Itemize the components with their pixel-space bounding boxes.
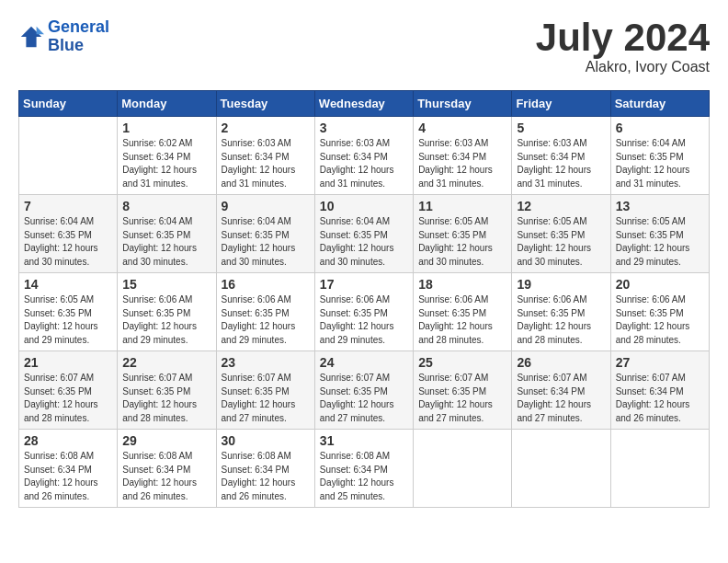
svg-marker-1 [37,27,44,34]
day-number: 16 [222,277,310,292]
calendar-cell: 17Sunrise: 6:06 AM Sunset: 6:35 PM Dayli… [314,273,413,351]
cell-info: Sunrise: 6:08 AM Sunset: 6:34 PM Dayligh… [24,450,112,503]
day-number: 18 [418,277,506,292]
calendar-week-row: 7Sunrise: 6:04 AM Sunset: 6:35 PM Daylig… [19,195,710,273]
day-number: 28 [24,433,112,448]
day-number: 19 [517,277,605,292]
cell-info: Sunrise: 6:08 AM Sunset: 6:34 PM Dayligh… [122,450,210,503]
day-number: 12 [517,199,605,213]
day-number: 31 [320,433,408,448]
weekday-header: Friday [512,91,610,117]
cell-info: Sunrise: 6:02 AM Sunset: 6:34 PM Dayligh… [122,137,210,190]
cell-info: Sunrise: 6:07 AM Sunset: 6:34 PM Dayligh… [616,372,704,425]
calendar-cell: 18Sunrise: 6:06 AM Sunset: 6:35 PM Dayli… [414,273,512,351]
day-number: 11 [418,199,506,213]
cell-info: Sunrise: 6:06 AM Sunset: 6:35 PM Dayligh… [122,293,210,347]
calendar-cell: 13Sunrise: 6:05 AM Sunset: 6:35 PM Dayli… [610,195,709,273]
cell-info: Sunrise: 6:08 AM Sunset: 6:34 PM Dayligh… [320,450,408,503]
calendar-table: SundayMondayTuesdayWednesdayThursdayFrid… [18,90,710,508]
day-number: 26 [517,355,605,370]
cell-info: Sunrise: 6:07 AM Sunset: 6:35 PM Dayligh… [418,372,506,425]
cell-info: Sunrise: 6:08 AM Sunset: 6:34 PM Dayligh… [222,450,310,503]
calendar-cell: 20Sunrise: 6:06 AM Sunset: 6:35 PM Dayli… [610,273,709,351]
logo-icon [18,24,44,50]
day-number: 17 [320,277,408,292]
logo-blue: Blue [48,36,84,54]
calendar-cell: 6Sunrise: 6:04 AM Sunset: 6:35 PM Daylig… [610,117,709,195]
day-number: 1 [122,121,210,135]
calendar-week-row: 28Sunrise: 6:08 AM Sunset: 6:34 PM Dayli… [19,430,710,508]
cell-info: Sunrise: 6:06 AM Sunset: 6:35 PM Dayligh… [222,293,310,347]
day-number: 21 [24,355,112,370]
cell-info: Sunrise: 6:04 AM Sunset: 6:35 PM Dayligh… [122,215,210,269]
cell-info: Sunrise: 6:05 AM Sunset: 6:35 PM Dayligh… [616,215,704,269]
month-title: July 2024 [536,18,710,57]
cell-info: Sunrise: 6:06 AM Sunset: 6:35 PM Dayligh… [418,293,506,347]
day-number: 9 [222,199,310,213]
calendar-cell: 22Sunrise: 6:07 AM Sunset: 6:35 PM Dayli… [118,351,216,430]
cell-info: Sunrise: 6:04 AM Sunset: 6:35 PM Dayligh… [24,215,112,269]
calendar-cell: 19Sunrise: 6:06 AM Sunset: 6:35 PM Dayli… [512,273,610,351]
day-number: 29 [122,433,210,448]
calendar-cell: 29Sunrise: 6:08 AM Sunset: 6:34 PM Dayli… [118,430,216,508]
day-number: 27 [616,355,704,370]
calendar-cell [512,430,610,508]
weekday-header-row: SundayMondayTuesdayWednesdayThursdayFrid… [19,91,710,117]
calendar-cell: 12Sunrise: 6:05 AM Sunset: 6:35 PM Dayli… [512,195,610,273]
weekday-header: Sunday [19,91,118,117]
calendar-cell: 26Sunrise: 6:07 AM Sunset: 6:34 PM Dayli… [512,351,610,430]
calendar-cell: 4Sunrise: 6:03 AM Sunset: 6:34 PM Daylig… [414,117,512,195]
calendar-cell: 9Sunrise: 6:04 AM Sunset: 6:35 PM Daylig… [216,195,314,273]
cell-info: Sunrise: 6:04 AM Sunset: 6:35 PM Dayligh… [616,137,704,190]
calendar-cell: 28Sunrise: 6:08 AM Sunset: 6:34 PM Dayli… [19,430,118,508]
calendar-cell: 21Sunrise: 6:07 AM Sunset: 6:35 PM Dayli… [19,351,118,430]
day-number: 2 [222,121,310,135]
day-number: 15 [122,277,210,292]
day-number: 13 [616,199,704,213]
day-number: 6 [616,121,704,135]
calendar-cell: 3Sunrise: 6:03 AM Sunset: 6:34 PM Daylig… [314,117,413,195]
calendar-cell: 31Sunrise: 6:08 AM Sunset: 6:34 PM Dayli… [314,430,413,508]
cell-info: Sunrise: 6:03 AM Sunset: 6:34 PM Dayligh… [320,137,408,190]
day-number: 22 [122,355,210,370]
weekday-header: Tuesday [216,91,314,117]
calendar-cell: 10Sunrise: 6:04 AM Sunset: 6:35 PM Dayli… [314,195,413,273]
cell-info: Sunrise: 6:07 AM Sunset: 6:35 PM Dayligh… [122,372,210,425]
weekday-header: Wednesday [314,91,413,117]
cell-info: Sunrise: 6:06 AM Sunset: 6:35 PM Dayligh… [517,293,605,347]
day-number: 14 [24,277,112,292]
weekday-header: Saturday [610,91,709,117]
cell-info: Sunrise: 6:07 AM Sunset: 6:35 PM Dayligh… [222,372,310,425]
weekday-header: Thursday [414,91,512,117]
calendar-cell: 23Sunrise: 6:07 AM Sunset: 6:35 PM Dayli… [216,351,314,430]
cell-info: Sunrise: 6:04 AM Sunset: 6:35 PM Dayligh… [222,215,310,269]
cell-info: Sunrise: 6:06 AM Sunset: 6:35 PM Dayligh… [616,293,704,347]
calendar-cell: 5Sunrise: 6:03 AM Sunset: 6:34 PM Daylig… [512,117,610,195]
calendar-cell: 11Sunrise: 6:05 AM Sunset: 6:35 PM Dayli… [414,195,512,273]
day-number: 10 [320,199,408,213]
cell-info: Sunrise: 6:05 AM Sunset: 6:35 PM Dayligh… [418,215,506,269]
calendar-week-row: 1Sunrise: 6:02 AM Sunset: 6:34 PM Daylig… [19,117,710,195]
calendar-cell: 24Sunrise: 6:07 AM Sunset: 6:35 PM Dayli… [314,351,413,430]
logo-general: General [48,17,109,36]
cell-info: Sunrise: 6:06 AM Sunset: 6:35 PM Dayligh… [320,293,408,347]
day-number: 30 [222,433,310,448]
day-number: 20 [616,277,704,292]
calendar-cell [414,430,512,508]
day-number: 23 [222,355,310,370]
weekday-header: Monday [118,91,216,117]
cell-info: Sunrise: 6:03 AM Sunset: 6:34 PM Dayligh… [222,137,310,190]
calendar-week-row: 14Sunrise: 6:05 AM Sunset: 6:35 PM Dayli… [19,273,710,351]
calendar-cell [610,430,709,508]
calendar-cell: 7Sunrise: 6:04 AM Sunset: 6:35 PM Daylig… [19,195,118,273]
title-block: July 2024 Alakro, Ivory Coast [536,18,710,75]
calendar-cell: 8Sunrise: 6:04 AM Sunset: 6:35 PM Daylig… [118,195,216,273]
calendar-cell: 2Sunrise: 6:03 AM Sunset: 6:34 PM Daylig… [216,117,314,195]
calendar-cell: 1Sunrise: 6:02 AM Sunset: 6:34 PM Daylig… [118,117,216,195]
day-number: 5 [517,121,605,135]
calendar-cell: 25Sunrise: 6:07 AM Sunset: 6:35 PM Dayli… [414,351,512,430]
day-number: 8 [122,199,210,213]
cell-info: Sunrise: 6:05 AM Sunset: 6:35 PM Dayligh… [517,215,605,269]
calendar-cell: 16Sunrise: 6:06 AM Sunset: 6:35 PM Dayli… [216,273,314,351]
day-number: 25 [418,355,506,370]
